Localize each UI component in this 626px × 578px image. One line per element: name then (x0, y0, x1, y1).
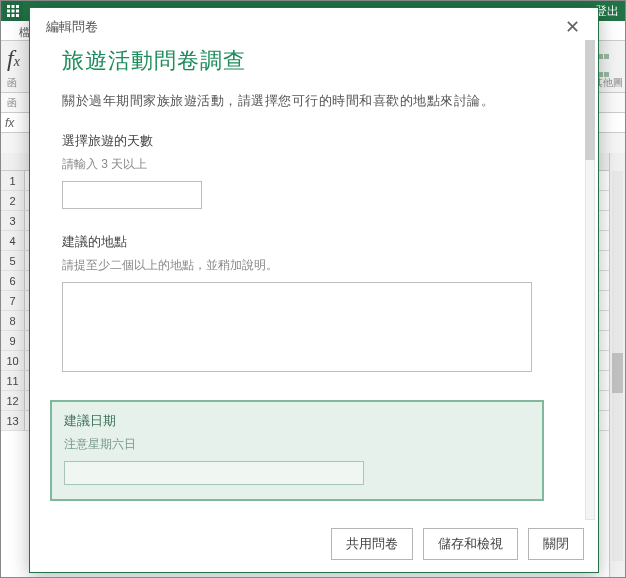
svg-rect-8 (16, 14, 19, 17)
dialog-footer: 共用問卷 儲存和檢視 關閉 (30, 520, 598, 572)
dialog-header: 編輯問卷 ✕ (30, 8, 598, 40)
name-box-partial: 函 (7, 96, 17, 110)
row-header[interactable]: 13 (1, 411, 25, 430)
edit-survey-dialog: 編輯問卷 ✕ 旅遊活動問卷調查 關於過年期間家族旅遊活動，請選擇您可行的時間和喜… (29, 7, 599, 573)
scrollbar-thumb[interactable] (612, 353, 623, 393)
close-icon[interactable]: ✕ (561, 18, 584, 36)
row-header[interactable]: 11 (1, 371, 25, 390)
close-button[interactable]: 關閉 (528, 528, 584, 560)
row-header[interactable]: 2 (1, 191, 25, 210)
vertical-scrollbar[interactable] (609, 153, 625, 577)
svg-rect-3 (7, 10, 10, 13)
question-location-textarea[interactable] (62, 282, 532, 372)
share-survey-button[interactable]: 共用問卷 (331, 528, 413, 560)
question-location-label: 建議的地點 (62, 233, 560, 251)
question-date-input[interactable] (64, 461, 364, 485)
svg-rect-6 (7, 14, 10, 17)
row-header[interactable]: 12 (1, 391, 25, 410)
question-date-selected[interactable]: 建議日期 注意星期六日 (50, 400, 544, 501)
dialog-body: 旅遊活動問卷調查 關於過年期間家族旅遊活動，請選擇您可行的時間和喜歡的地點來討論… (30, 40, 580, 520)
row-header[interactable]: 5 (1, 251, 25, 270)
question-days-hint: 請輸入 3 天以上 (62, 156, 560, 173)
svg-rect-4 (12, 10, 15, 13)
row-header[interactable]: 9 (1, 331, 25, 350)
fx-label-icon: fx (5, 116, 14, 130)
row-header[interactable]: 8 (1, 311, 25, 330)
svg-rect-0 (7, 5, 10, 8)
question-days-input[interactable] (62, 181, 202, 209)
question-days[interactable]: 選擇旅遊的天數 請輸入 3 天以上 (62, 132, 560, 209)
svg-rect-5 (16, 10, 19, 13)
svg-rect-2 (16, 5, 19, 8)
save-and-view-button[interactable]: 儲存和檢視 (423, 528, 518, 560)
survey-description[interactable]: 關於過年期間家族旅遊活動，請選擇您可行的時間和喜歡的地點來討論。 (62, 90, 560, 112)
dialog-scrollbar-thumb[interactable] (585, 40, 595, 160)
dialog-scrollbar[interactable] (585, 40, 595, 520)
survey-title[interactable]: 旅遊活動問卷調查 (62, 46, 560, 76)
svg-rect-1 (12, 5, 15, 8)
row-header[interactable]: 10 (1, 351, 25, 370)
row-header[interactable]: 3 (1, 211, 25, 230)
question-days-label: 選擇旅遊的天數 (62, 132, 560, 150)
ribbon-group-label-fn: 函 (7, 76, 17, 90)
question-location-hint: 請提至少二個以上的地點，並稍加說明。 (62, 257, 560, 274)
row-header[interactable]: 6 (1, 271, 25, 290)
row-header[interactable]: 7 (1, 291, 25, 310)
question-location[interactable]: 建議的地點 請提至少二個以上的地點，並稍加說明。 (62, 233, 560, 376)
question-date-hint: 注意星期六日 (64, 436, 530, 453)
app-launcher-icon[interactable] (3, 1, 23, 21)
question-date-label: 建議日期 (64, 412, 530, 430)
row-header[interactable]: 4 (1, 231, 25, 250)
svg-rect-7 (12, 14, 15, 17)
row-header[interactable]: 1 (1, 171, 25, 190)
fx-icon: fx (7, 45, 20, 72)
dialog-title: 編輯問卷 (46, 18, 98, 36)
